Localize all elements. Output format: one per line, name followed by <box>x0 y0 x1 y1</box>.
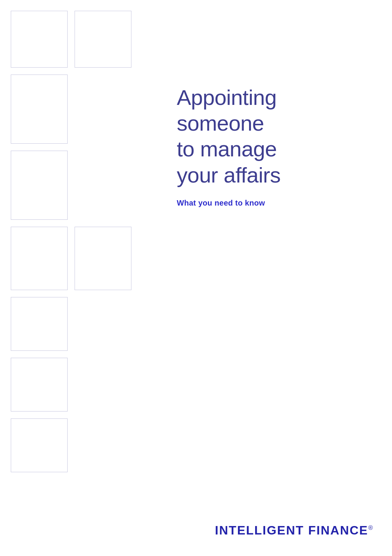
grid-row-6 <box>11 358 134 412</box>
grid-row-3 <box>11 151 134 220</box>
title-line1: Appointing <box>177 85 277 110</box>
title-line3: to manage <box>177 137 277 161</box>
grid-rect-6a <box>11 358 68 412</box>
grid-rect-1a <box>11 11 68 68</box>
grid-rect-3a <box>11 151 68 220</box>
grid-rect-4b <box>75 227 131 290</box>
grid-row-4 <box>11 227 134 290</box>
grid-rect-5a <box>11 297 68 351</box>
grid-rect-2a <box>11 75 68 144</box>
page-subtitle: What you need to know <box>177 199 377 207</box>
grid-row-1 <box>11 11 134 68</box>
grid-row-7 <box>11 418 134 472</box>
grid-row-5 <box>11 297 134 351</box>
grid-rect-4a <box>11 227 68 290</box>
title-line2: someone <box>177 111 264 135</box>
page: Appointing someone to manage your affair… <box>0 0 392 556</box>
page-title: Appointing someone to manage your affair… <box>177 85 377 188</box>
grid-rect-7a <box>11 418 68 472</box>
main-text-area: Appointing someone to manage your affair… <box>177 85 377 207</box>
logo-text: INTELLIGENT FINANCE® <box>215 523 374 537</box>
logo-name: INTELLIGENT FINANCE <box>215 523 368 537</box>
grid-container <box>11 11 134 479</box>
grid-row-2 <box>11 75 134 144</box>
logo-area: INTELLIGENT FINANCE® <box>215 523 374 538</box>
grid-rect-1b <box>75 11 131 68</box>
title-line4: your affairs <box>177 163 281 187</box>
logo-registered: ® <box>368 524 374 531</box>
